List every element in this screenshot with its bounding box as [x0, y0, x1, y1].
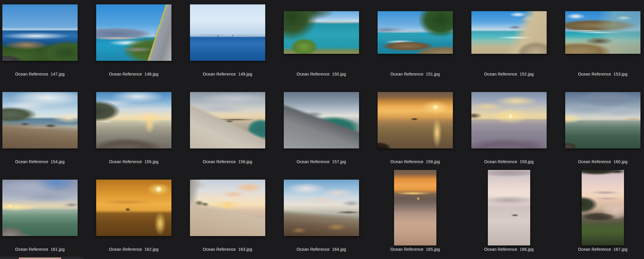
thumbnail-image[interactable]: [190, 4, 265, 61]
file-item[interactable]: Ocean Reference 160.jpg: [556, 81, 644, 169]
thumbnail-box: [556, 0, 644, 71]
file-name-label: Ocean Reference 151.jpg: [390, 71, 440, 77]
thumbnail-box: [274, 0, 368, 71]
file-item[interactable]: Ocean Reference 167.jpg: [556, 169, 644, 257]
file-name-label: Ocean Reference 160.jpg: [578, 159, 627, 165]
file-name-label: Ocean Reference 149.jpg: [203, 71, 252, 77]
file-gallery: Ocean Reference 147.jpg Ocean Reference …: [0, 0, 644, 259]
thumbnail-box: [0, 0, 87, 71]
file-name-label: Ocean Reference 162.jpg: [109, 246, 158, 252]
file-name-label: Ocean Reference 155.jpg: [109, 159, 158, 165]
thumbnail-box: [181, 81, 274, 159]
thumbnail-image[interactable]: [2, 92, 78, 148]
file-item[interactable]: Ocean Reference 151.jpg: [368, 0, 462, 81]
file-name-label: Ocean Reference 166.jpg: [484, 246, 533, 252]
thumbnail-box: [87, 0, 181, 71]
thumbnail-box: [462, 169, 556, 246]
thumbnail-box: [368, 0, 462, 71]
file-name-label: Ocean Reference 156.jpg: [203, 159, 252, 165]
file-name-label: Ocean Reference 153.jpg: [578, 71, 627, 77]
thumbnail-image[interactable]: [471, 92, 547, 148]
file-name-label: Ocean Reference 164.jpg: [296, 246, 346, 252]
file-item[interactable]: Ocean Reference 158.jpg: [368, 81, 462, 169]
thumbnail-box: [462, 81, 556, 159]
file-item[interactable]: Ocean Reference 148.jpg: [87, 0, 181, 81]
file-item[interactable]: Ocean Reference 166.jpg: [462, 169, 556, 257]
thumbnail-image[interactable]: [284, 180, 359, 236]
thumbnail-image[interactable]: [284, 92, 359, 148]
thumbnail-image[interactable]: [96, 4, 171, 61]
file-item[interactable]: Ocean Reference 155.jpg: [87, 81, 181, 169]
file-item[interactable]: Ocean Reference 163.jpg: [181, 169, 274, 257]
thumbnail-image[interactable]: [471, 11, 547, 54]
thumbnail-box: [87, 169, 181, 246]
file-name-label: Ocean Reference 152.jpg: [484, 71, 533, 77]
thumbnail-box: [462, 0, 556, 71]
file-item[interactable]: Ocean Reference 164.jpg: [274, 169, 368, 257]
thumbnail-image[interactable]: [565, 92, 640, 148]
thumbnail-box: [0, 257, 87, 259]
thumbnail-image[interactable]: [2, 4, 78, 61]
thumbnail-box: [556, 169, 644, 246]
thumbnail-box: [368, 81, 462, 159]
thumbnail-image[interactable]: [2, 180, 78, 236]
thumbnail-image[interactable]: [582, 170, 624, 245]
thumbnail-box: [181, 0, 274, 71]
file-item[interactable]: [0, 257, 87, 259]
file-item[interactable]: Ocean Reference 150.jpg: [274, 0, 368, 81]
file-item[interactable]: Ocean Reference 149.jpg: [181, 0, 274, 81]
thumbnail-image[interactable]: [96, 92, 171, 148]
file-item[interactable]: Ocean Reference 161.jpg: [0, 169, 87, 257]
file-name-label: Ocean Reference 161.jpg: [15, 246, 64, 252]
file-name-label: Ocean Reference 154.jpg: [15, 159, 64, 165]
file-name-label: Ocean Reference 163.jpg: [203, 246, 252, 252]
thumbnail-box: [87, 81, 181, 159]
file-name-label: Ocean Reference 158.jpg: [390, 159, 440, 165]
thumbnail-image[interactable]: [378, 92, 453, 148]
thumbnail-image[interactable]: [19, 258, 61, 259]
thumbnail-image[interactable]: [378, 11, 453, 54]
thumbnail-box: [0, 169, 87, 246]
thumbnail-box: [274, 81, 368, 159]
file-item[interactable]: Ocean Reference 154.jpg: [0, 81, 87, 169]
thumbnail-box: [0, 81, 87, 159]
file-name-label: Ocean Reference 157.jpg: [296, 159, 346, 165]
file-manager-window: { "window": { "background": "#1b1b1d", "…: [0, 0, 644, 259]
thumbnail-box: [368, 169, 462, 246]
file-item[interactable]: Ocean Reference 147.jpg: [0, 0, 87, 81]
file-name-label: Ocean Reference 148.jpg: [109, 71, 158, 77]
thumbnail-image[interactable]: [565, 11, 640, 54]
file-item[interactable]: Ocean Reference 152.jpg: [462, 0, 556, 81]
file-item[interactable]: Ocean Reference 153.jpg: [556, 0, 644, 81]
file-name-label: Ocean Reference 150.jpg: [296, 71, 346, 77]
thumbnail-image[interactable]: [96, 180, 171, 236]
thumbnail-image[interactable]: [488, 170, 530, 245]
thumbnail-image[interactable]: [190, 180, 265, 236]
thumbnail-box: [274, 169, 368, 246]
file-name-label: Ocean Reference 147.jpg: [15, 71, 64, 77]
file-item[interactable]: Ocean Reference 159.jpg: [462, 81, 556, 169]
thumbnail-image[interactable]: [284, 11, 359, 54]
file-item[interactable]: Ocean Reference 156.jpg: [181, 81, 274, 169]
file-name-label: Ocean Reference 167.jpg: [578, 246, 627, 252]
file-item[interactable]: Ocean Reference 165.jpg: [368, 169, 462, 257]
thumbnail-box: [181, 169, 274, 246]
file-item[interactable]: Ocean Reference 162.jpg: [87, 169, 181, 257]
thumbnail-image[interactable]: [190, 92, 265, 148]
thumbnail-box: [556, 81, 644, 159]
file-name-label: Ocean Reference 159.jpg: [484, 159, 533, 165]
file-name-label: Ocean Reference 165.jpg: [390, 246, 440, 252]
file-item[interactable]: Ocean Reference 157.jpg: [274, 81, 368, 169]
thumbnail-image[interactable]: [394, 170, 436, 245]
